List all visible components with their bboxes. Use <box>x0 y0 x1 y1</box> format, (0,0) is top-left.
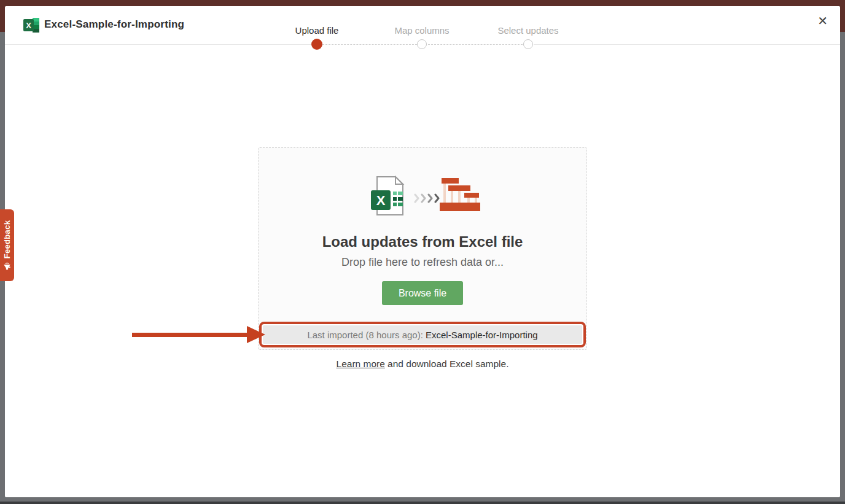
step-select-updates: Select updates <box>497 25 558 36</box>
import-dialog: X Excel-Sample-for-Importing ✕ Upload fi… <box>5 6 840 497</box>
stepper-rail-right <box>534 44 840 45</box>
chevrons-right-icon <box>414 193 440 203</box>
dialog-title: Excel-Sample-for-Importing <box>44 18 184 31</box>
close-button[interactable]: ✕ <box>815 12 830 29</box>
svg-text:X: X <box>376 193 386 208</box>
step-circle-select-updates <box>523 39 533 49</box>
browse-file-button[interactable]: Browse file <box>382 281 463 305</box>
learn-more-link[interactable]: Learn more <box>337 359 385 369</box>
feedback-label: Feedback <box>2 220 12 258</box>
excel-logo-icon: X <box>23 18 39 33</box>
step-upload-file: Upload file <box>295 25 339 36</box>
last-imported-box[interactable]: Last imported (8 hours ago): Excel-Sampl… <box>259 322 586 347</box>
dropzone-subtext: Drop file here to refresh data or... <box>258 256 587 269</box>
step-circle-map-columns <box>417 39 427 49</box>
page-backdrop: X Excel-Sample-for-Importing ✕ Upload fi… <box>0 0 845 504</box>
stepper-rail-left <box>5 44 311 45</box>
annotation-arrow-head <box>247 326 265 343</box>
background-bottom-edge <box>0 502 845 504</box>
learn-more-line: Learn more and download Excel sample. <box>258 359 587 370</box>
annotation-arrow-shaft <box>132 333 247 337</box>
excel-file-icon: X <box>370 176 405 217</box>
megaphone-icon <box>3 262 11 270</box>
dropzone-heading: Load updates from Excel file <box>258 233 587 250</box>
last-imported-prefix: Last imported (8 hours ago): <box>307 330 426 340</box>
feedback-tab[interactable]: Feedback <box>0 209 14 281</box>
last-imported-filename: Excel-Sample-for-Importing <box>426 330 538 340</box>
stepper-rail-dash-2 <box>428 44 523 45</box>
stepper-rail-dash-1 <box>322 44 417 45</box>
gantt-chart-icon <box>440 178 481 214</box>
svg-text:X: X <box>26 21 31 30</box>
step-map-columns: Map columns <box>394 25 449 36</box>
learn-more-rest: and download Excel sample. <box>385 359 509 369</box>
step-dot-active <box>311 39 322 50</box>
